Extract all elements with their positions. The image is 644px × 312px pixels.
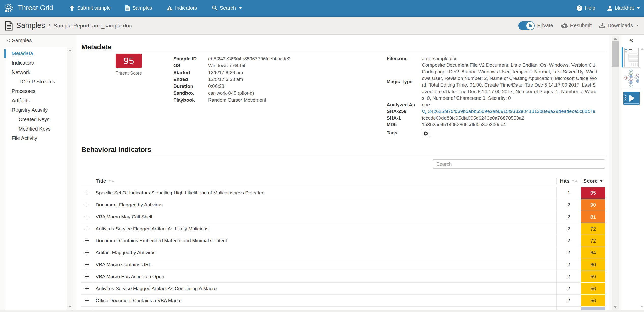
field-label: Playbook	[173, 96, 208, 103]
back-to-samples-link[interactable]: <Samples	[7, 38, 32, 44]
plus-icon	[85, 227, 89, 231]
player-progress-bar	[624, 103, 639, 104]
expand-row-button[interactable]	[81, 259, 92, 271]
content-scrollbar[interactable]	[612, 36, 619, 310]
indicator-title[interactable]: Antivirus Service Flagged Artifact As Co…	[92, 283, 556, 294]
indicator-title[interactable]: Document Flagged by Antivirus	[92, 199, 556, 211]
indicator-title[interactable]: Specific Set Of Indicators Signalling Hi…	[92, 187, 556, 199]
search-icon	[422, 109, 426, 114]
expand-row-button[interactable]	[81, 235, 92, 247]
nav-submit-sample[interactable]: Submit sample	[69, 5, 111, 11]
field-value: fcccde09dd83fc95dfa905d6243e0a76870553a2	[422, 115, 524, 121]
metadata-field: Started 12/5/17 6:26 am	[173, 69, 290, 76]
indicator-title[interactable]: VBA Macro Has Action on Open	[92, 271, 556, 282]
indicator-title[interactable]: VBA Macro Contains URL	[92, 259, 556, 271]
indicator-title[interactable]: Document Contains Embedded Material and …	[92, 235, 556, 247]
scrollbar-thumb[interactable]	[612, 41, 619, 67]
scroll-up-icon[interactable]	[68, 49, 71, 51]
sidebar-item[interactable]: Metadata	[4, 49, 73, 58]
sidebar-item[interactable]: Processes	[4, 87, 73, 96]
plus-icon	[85, 299, 89, 303]
nav-label: Search	[220, 5, 236, 11]
scroll-up-icon[interactable]	[641, 48, 644, 50]
sidebar-item[interactable]: File Activity	[4, 134, 73, 143]
sha256-search-link[interactable]: 342625bf75fd39b5abb6589e2ab8915f9332e041…	[422, 108, 595, 115]
sidebar-item[interactable]: Modified Keys	[4, 124, 73, 134]
sidebar-item[interactable]: TCP/IP Streams	[4, 77, 73, 87]
plus-circle-icon	[424, 131, 428, 136]
nav-user-menu[interactable]: blackhat	[607, 5, 640, 11]
brand[interactable]: Threat Grid	[4, 3, 53, 14]
nav-help[interactable]: ? Help	[577, 5, 595, 11]
indicator-hits: 2	[556, 235, 581, 247]
nav-search[interactable]: Search	[212, 5, 242, 11]
expand-row-button[interactable]	[81, 187, 92, 199]
behavioral-table-body: Specific Set Of Indicators Signalling Hi…	[81, 187, 605, 312]
help-icon: ?	[577, 5, 582, 11]
metadata-field: Sandbox car-work-045 (pilot-d)	[173, 90, 290, 96]
metadata-field-analyzed-as: Analyzed As doc	[387, 102, 598, 108]
expand-row-button[interactable]	[81, 223, 92, 235]
metadata-field-magic-type: Magic Type Composite Document File V2 Do…	[387, 62, 598, 102]
indicator-title[interactable]: VBA Macro May Call Shell	[92, 211, 556, 223]
plus-icon	[85, 275, 89, 279]
sidebar-item-label: Artifacts	[12, 98, 30, 103]
nav-indicators[interactable]: Indicators	[167, 5, 197, 11]
nav-label: Help	[585, 5, 595, 11]
process-graph-icon	[623, 69, 640, 87]
scroll-down-icon[interactable]	[641, 306, 644, 308]
expand-row-button[interactable]	[81, 295, 92, 306]
resubmit-button[interactable]: Resubmit	[561, 23, 592, 29]
sidebar-nav: Metadata Indicators Network TCP/IP Strea…	[4, 47, 73, 143]
scroll-down-icon[interactable]	[68, 306, 71, 308]
metadata-field-filename: Filename arm_sample.doc	[387, 55, 598, 62]
preview-panel: «	[621, 35, 644, 310]
sidebar-item[interactable]: Created Keys	[4, 115, 73, 124]
scroll-up-icon[interactable]	[614, 38, 617, 40]
sidebar-item[interactable]: Network	[4, 68, 73, 77]
sidebar-item[interactable]: Registry Activity	[4, 105, 73, 115]
breadcrumb-page: Sample Report: arm_sample.doc	[54, 23, 132, 29]
report-view-thumbnail[interactable]	[622, 47, 641, 68]
panel-scrollbar[interactable]	[640, 46, 644, 310]
score-column-header[interactable]: Score	[581, 178, 605, 184]
play-icon	[629, 95, 635, 102]
private-toggle[interactable]	[518, 21, 535, 30]
breadcrumb-separator: /	[49, 23, 50, 29]
video-playback-thumbnail[interactable]	[622, 88, 641, 108]
title-column-header[interactable]: Title	[92, 178, 556, 184]
indicator-hits: 2	[556, 199, 581, 211]
expand-row-button[interactable]	[81, 271, 92, 282]
field-label: Magic Type	[387, 78, 422, 85]
sidebar-item[interactable]: Indicators	[4, 58, 73, 68]
chevron-down-icon	[636, 25, 639, 26]
field-label: MD5	[387, 121, 422, 128]
indicator-title[interactable]: Antivirus Service Flagged Artifact As Li…	[92, 223, 556, 235]
toggle-knob	[526, 22, 534, 30]
nav-label: Samples	[132, 5, 152, 11]
plus-icon	[85, 215, 89, 219]
downloads-button[interactable]: Downloads	[599, 23, 639, 29]
scroll-down-icon[interactable]	[614, 306, 617, 308]
behavioral-search-input[interactable]	[433, 159, 605, 169]
hits-column-header[interactable]: Hits	[556, 178, 581, 184]
process-graph-thumbnail[interactable]	[622, 68, 641, 88]
breadcrumb-section[interactable]: Samples	[16, 21, 45, 30]
add-tag-button[interactable]	[422, 130, 430, 137]
nav-samples[interactable]: Samples	[125, 5, 152, 11]
expand-row-button[interactable]	[81, 211, 92, 223]
collapse-panel-button[interactable]: «	[621, 36, 641, 44]
field-value: 12/5/17 6:26 am	[208, 69, 243, 76]
sidebar-item[interactable]: Artifacts	[4, 96, 73, 105]
expand-row-button[interactable]	[81, 283, 92, 294]
cloud-upload-icon	[561, 23, 568, 28]
indicator-title[interactable]: Office Document Contains a VBA Macro	[92, 295, 556, 306]
thumbnail-list	[622, 47, 641, 108]
expand-row-button[interactable]	[81, 247, 92, 259]
field-label: Ended	[173, 76, 208, 83]
indicator-title[interactable]: Artifact Flagged by Antivirus	[92, 247, 556, 259]
expand-row-button[interactable]	[81, 199, 92, 211]
sidebar-scrollbar[interactable]	[67, 47, 73, 310]
sidebar-item-label: Registry Activity	[12, 107, 48, 113]
metadata-left-fields: Sample ID eb5f243c36604b85967796fcebbacd…	[173, 55, 290, 103]
